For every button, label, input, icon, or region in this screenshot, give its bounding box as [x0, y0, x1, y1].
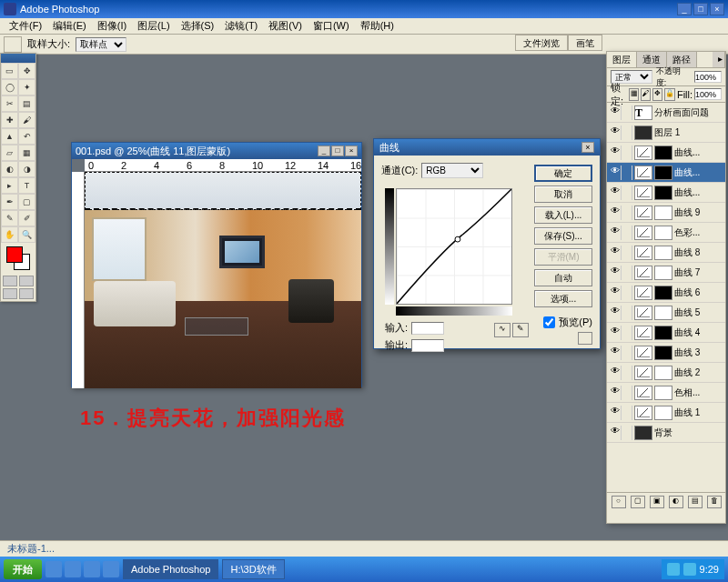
new-layer-icon[interactable]: ▤ — [688, 496, 703, 508]
layer-row[interactable]: 👁曲线... — [607, 183, 725, 203]
menu-window[interactable]: 窗口(W) — [308, 19, 355, 33]
channel-select[interactable]: RGB — [421, 163, 483, 178]
lock-paint-icon[interactable]: 🖌 — [641, 88, 651, 101]
link-col[interactable] — [623, 186, 632, 200]
options-button[interactable]: 选项... — [534, 290, 592, 307]
menu-select[interactable]: 选择(S) — [176, 19, 220, 33]
ql-icon[interactable] — [46, 561, 62, 577]
tab-layers[interactable]: 图层 — [607, 52, 637, 67]
foreground-color[interactable] — [6, 246, 23, 263]
tool-blur[interactable]: ◐ — [1, 161, 18, 177]
visibility-icon[interactable]: 👁 — [609, 166, 622, 180]
link-col[interactable] — [623, 125, 632, 140]
menu-view[interactable]: 视图(V) — [263, 19, 308, 33]
layer-row[interactable]: 👁曲线 2 — [607, 363, 725, 383]
visibility-icon[interactable]: 👁 — [609, 426, 622, 440]
layer-row[interactable]: 👁T分析画面问题 — [607, 103, 725, 123]
layer-mask-icon[interactable]: ▢ — [631, 496, 645, 508]
expand-icon[interactable] — [578, 332, 592, 345]
cancel-button[interactable]: 取消 — [534, 186, 592, 203]
menu-image[interactable]: 图像(I) — [92, 19, 132, 33]
lock-transparent-icon[interactable]: ▦ — [629, 88, 639, 101]
visibility-icon[interactable]: 👁 — [609, 266, 622, 280]
visibility-icon[interactable]: 👁 — [609, 366, 622, 380]
tool-dodge[interactable]: ◑ — [18, 161, 35, 177]
layer-row[interactable]: 👁背景 — [607, 423, 725, 443]
fill-field[interactable] — [694, 88, 722, 100]
lock-all-icon[interactable]: 🔒 — [664, 88, 675, 101]
tool-stamp[interactable]: ▲ — [1, 128, 18, 145]
visibility-icon[interactable]: 👁 — [609, 206, 622, 220]
doc-minimize[interactable]: _ — [318, 146, 330, 156]
save-button[interactable]: 保存(S)... — [534, 227, 592, 245]
tool-marquee[interactable]: ▭ — [1, 63, 18, 79]
screen-mode-2[interactable] — [19, 288, 34, 299]
link-col[interactable] — [623, 426, 632, 440]
visibility-icon[interactable]: 👁 — [609, 186, 622, 200]
toolbox-header[interactable] — [1, 54, 35, 63]
load-button[interactable]: 载入(L)... — [534, 206, 592, 224]
curves-graph[interactable] — [396, 188, 512, 305]
layer-row[interactable]: 👁曲线 3 — [607, 343, 725, 363]
layer-row[interactable]: 👁曲线 5 — [607, 303, 725, 323]
tool-hand[interactable]: ✋ — [1, 226, 18, 243]
pencil-mode-icon[interactable]: ✎ — [512, 323, 529, 337]
tool-gradient[interactable]: ▦ — [18, 145, 35, 161]
document-canvas[interactable] — [85, 172, 361, 388]
layer-row[interactable]: 👁曲线... — [607, 143, 725, 163]
visibility-icon[interactable]: 👁 — [609, 146, 622, 160]
tool-shape[interactable]: ▢ — [18, 194, 35, 210]
auto-button[interactable]: 自动 — [534, 269, 592, 286]
ruler-vertical[interactable] — [72, 172, 85, 388]
lock-move-icon[interactable]: ✥ — [652, 88, 662, 101]
ruler-horizontal[interactable]: 0 2 4 6 8 10 12 14 16 — [85, 159, 361, 172]
link-col[interactable] — [623, 306, 632, 320]
new-set-icon[interactable]: ▣ — [650, 496, 664, 508]
visibility-icon[interactable]: 👁 — [609, 406, 622, 420]
layer-row[interactable]: 👁曲线 9 — [607, 203, 725, 223]
menu-edit[interactable]: 编辑(E) — [47, 19, 92, 33]
ql-icon[interactable] — [103, 561, 119, 577]
layer-row[interactable]: 👁色相... — [607, 383, 725, 403]
visibility-icon[interactable]: 👁 — [609, 105, 622, 120]
tray-icon[interactable] — [683, 563, 696, 576]
tool-history[interactable]: ↶ — [18, 128, 35, 145]
link-col[interactable] — [623, 146, 632, 160]
tool-zoom[interactable]: 🔍 — [18, 226, 35, 243]
task-photoshop[interactable]: Adobe Photoshop — [123, 559, 218, 579]
tool-move[interactable]: ✥ — [18, 63, 35, 79]
layer-style-icon[interactable]: ○ — [612, 496, 626, 508]
input-field[interactable] — [411, 322, 444, 335]
menu-help[interactable]: 帮助(H) — [355, 19, 399, 33]
close-button[interactable]: × — [710, 3, 724, 15]
layer-row[interactable]: 👁色彩... — [607, 223, 725, 243]
smooth-button[interactable]: 平滑(M) — [534, 248, 592, 266]
tool-brush[interactable]: 🖌 — [18, 112, 35, 128]
ql-icon[interactable] — [84, 561, 100, 577]
maximize-button[interactable]: □ — [693, 3, 708, 15]
tool-eraser[interactable]: ▱ — [1, 145, 18, 161]
tool-eyedrop[interactable]: ✐ — [18, 210, 35, 226]
task-folder[interactable]: H:\3D软件 — [222, 559, 284, 579]
layer-row[interactable]: 👁曲线 1 — [607, 403, 725, 423]
tool-heal[interactable]: ✚ — [1, 112, 18, 128]
menu-layer[interactable]: 图层(L) — [132, 19, 175, 33]
current-tool-icon[interactable] — [4, 36, 22, 53]
visibility-icon[interactable]: 👁 — [609, 246, 622, 260]
layer-row[interactable]: 👁曲线... — [607, 163, 725, 183]
link-col[interactable] — [623, 366, 632, 380]
visibility-icon[interactable]: 👁 — [609, 226, 622, 240]
link-col[interactable] — [623, 206, 632, 220]
opacity-field[interactable] — [694, 71, 722, 83]
minimize-button[interactable]: _ — [677, 3, 692, 15]
screen-mode-1[interactable] — [3, 288, 17, 299]
mode-standard[interactable] — [3, 276, 17, 286]
curve-mode-icon[interactable]: ∿ — [494, 323, 511, 337]
layer-row[interactable]: 👁曲线 6 — [607, 283, 725, 303]
tool-pen[interactable]: ✒ — [1, 194, 18, 210]
visibility-icon[interactable]: 👁 — [609, 286, 622, 300]
document-titlebar[interactable]: 001.psd @ 25%(曲线 11,图层蒙版) _□× — [72, 143, 361, 159]
visibility-icon[interactable]: 👁 — [609, 306, 622, 320]
layer-row[interactable]: 👁曲线 7 — [607, 263, 725, 283]
layer-row[interactable]: 👁图层 1 — [607, 123, 725, 143]
